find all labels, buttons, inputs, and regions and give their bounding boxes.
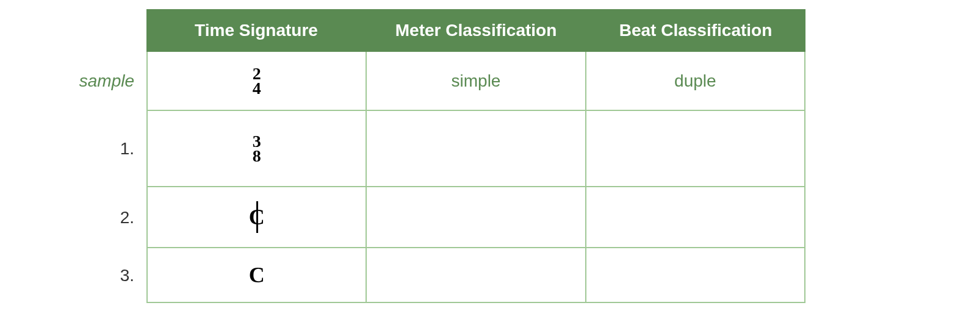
time-signature-fraction: 3 8 — [253, 134, 261, 163]
table-row: 3 8 — [146, 111, 805, 187]
table-row: C — [146, 187, 805, 248]
header-meter-classification: Meter Classification — [366, 21, 586, 40]
row-label-3: 3. — [120, 266, 134, 285]
cell-time-signature-2: C — [146, 187, 367, 247]
header-beat-classification: Beat Classification — [586, 21, 805, 40]
table-row-sample: sample 2 4 simple duple — [146, 52, 805, 111]
time-signature-fraction: 2 4 — [253, 66, 261, 96]
cell-beat-3 — [586, 248, 805, 302]
table-row-2: 2. C — [146, 187, 805, 248]
cell-beat-sample: duple — [586, 52, 805, 110]
header-time-signature: Time Signature — [146, 21, 366, 40]
cell-time-signature-3: C — [146, 248, 367, 302]
cell-meter-1 — [367, 111, 586, 186]
row-label-2: 2. — [120, 208, 134, 227]
cell-time-signature-1: 3 8 — [146, 111, 367, 186]
cell-beat-1 — [586, 111, 805, 186]
table-row-1: 1. 3 8 — [146, 111, 805, 187]
cell-meter-2 — [367, 187, 586, 247]
time-sig-denominator: 8 — [253, 149, 261, 163]
time-signature-table: Time Signature Meter Classification Beat… — [146, 9, 805, 303]
table-row: 2 4 simple duple — [146, 52, 805, 111]
table-header-row: Time Signature Meter Classification Beat… — [146, 9, 805, 52]
cell-beat-2 — [586, 187, 805, 247]
cell-time-signature-sample: 2 4 — [146, 52, 367, 110]
cell-meter-3 — [367, 248, 586, 302]
cut-time-symbol: C — [249, 204, 265, 230]
row-label-sample: sample — [79, 71, 134, 91]
table-row-3: 3. C — [146, 248, 805, 303]
row-label-1: 1. — [120, 139, 134, 159]
cell-meter-sample: simple — [367, 52, 586, 110]
time-sig-denominator: 4 — [253, 81, 261, 96]
table-row: C — [146, 248, 805, 303]
common-time-symbol: C — [249, 262, 265, 288]
